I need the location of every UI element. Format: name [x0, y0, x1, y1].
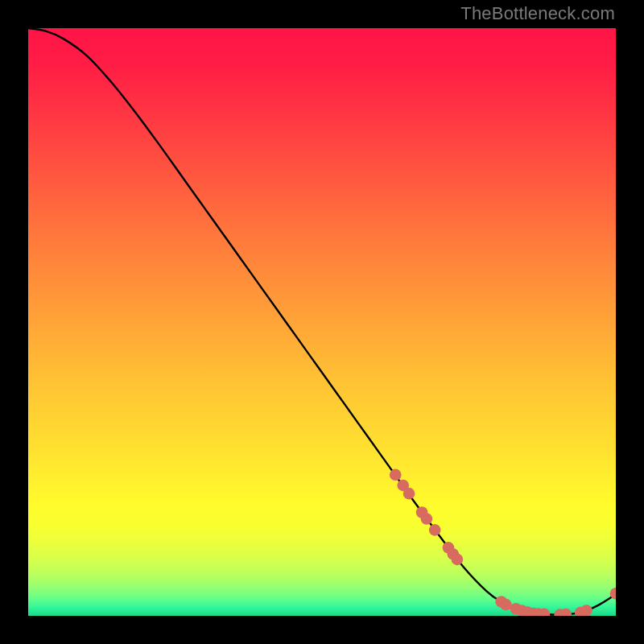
curve-marker [390, 469, 402, 481]
curve-markers [390, 469, 616, 617]
watermark-text: TheBottleneck.com [460, 3, 615, 24]
curve-marker [421, 513, 433, 525]
chart-stage: TheBottleneck.com [0, 0, 644, 644]
chart-svg [28, 28, 616, 616]
curve-marker [500, 599, 512, 611]
curve-marker [403, 488, 415, 500]
curve-marker [452, 554, 464, 566]
bottleneck-curve [28, 28, 616, 615]
curve-marker [429, 524, 441, 536]
plot-area [28, 28, 616, 616]
curve-marker [580, 605, 592, 616]
